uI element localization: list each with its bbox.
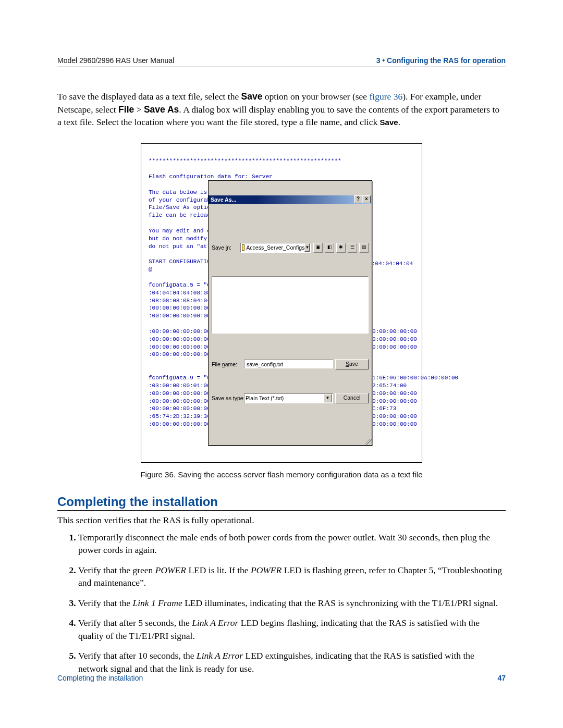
dialog-titlebar[interactable]: Save As... ? × [209, 195, 372, 204]
figure-container: ****************************************… [141, 143, 422, 463]
step-5: Verify that after 10 seconds, the Link A… [78, 649, 506, 675]
close-icon[interactable]: × [362, 195, 371, 203]
step-1: Temporarily disconnect the male ends of … [78, 531, 506, 557]
step-3: Verify that the Link 1 Frame LED illumin… [78, 597, 506, 610]
save-bold: Save [241, 91, 263, 102]
filename-input[interactable] [244, 360, 333, 368]
intro-gt: > [134, 104, 144, 115]
cancel-button[interactable]: Cancel [335, 393, 369, 403]
footer-left: Completing the installation [57, 674, 143, 682]
save-button[interactable]: Save [335, 359, 369, 369]
saveastype-label: Save as type: [212, 394, 242, 402]
file-bold: File [118, 104, 134, 115]
save-in-value: Access_Server_Configs [246, 244, 304, 251]
steps-list: Temporarily disconnect the male ends of … [57, 531, 506, 675]
intro-paragraph: To save the displayed data as a text fil… [57, 90, 506, 129]
figure-reference-link[interactable]: figure 36 [370, 91, 403, 102]
save-as-dialog: Save As... ? × Save in: Access_Server_Co… [208, 180, 372, 446]
resize-grip-icon[interactable] [365, 439, 372, 445]
section-heading-rule [57, 510, 506, 511]
page-number: 47 [497, 674, 506, 682]
saveastype-combo[interactable]: Plain Text (*.txt) ▼ [244, 393, 333, 403]
saveastype-value: Plain Text (*.txt) [246, 394, 284, 402]
save-in-combo[interactable]: Access_Server_Configs ▼ [240, 243, 311, 253]
saveas-bold: Save As [144, 104, 179, 115]
help-icon[interactable]: ? [354, 195, 362, 203]
intro-t1: To save the displayed data as a text fil… [57, 91, 241, 102]
figure-caption: Figure 36. Saving the access server flas… [57, 470, 506, 479]
saveastype-row: Save as type: Plain Text (*.txt) ▼ Cance… [212, 393, 369, 403]
intro-t2: option on your browser (see [262, 91, 369, 102]
step-1-text: Temporarily disconnect the male ends of … [78, 532, 490, 556]
desktop-icon[interactable]: ◧ [325, 243, 334, 253]
chevron-down-icon[interactable]: ▼ [304, 243, 310, 252]
header-right: 3 • Configuring the RAS for operation [376, 56, 506, 65]
filename-label: File name: [212, 361, 242, 368]
dialog-title-text: Save As... [211, 196, 236, 203]
chevron-down-icon[interactable]: ▼ [324, 394, 332, 402]
list-view-icon[interactable]: ☰ [348, 243, 357, 253]
new-folder-icon[interactable]: ✱ [336, 243, 346, 253]
intro-t5: . [398, 117, 400, 127]
header-left: Model 2960/2996 RAS User Manual [57, 56, 174, 65]
figure-right-tail: :04:04:04:04 [372, 260, 413, 268]
file-list-area[interactable] [212, 276, 369, 334]
folder-icon [242, 244, 244, 251]
figure-text: ****************************************… [149, 150, 414, 460]
save-small-bold: Save [380, 118, 398, 127]
save-in-row: Save in: Access_Server_Configs ▼ ▣ ◧ ✱ ☰… [212, 243, 369, 253]
page-header: Model 2960/2996 RAS User Manual 3 • Conf… [57, 56, 506, 67]
step-2: Verify that the green POWER LED is lit. … [78, 564, 506, 589]
section-heading: Completing the installation [57, 495, 506, 509]
save-in-label: Save in: [212, 244, 238, 251]
filename-row: File name: Save [212, 359, 369, 369]
page-footer: Completing the installation 47 [57, 674, 506, 682]
details-view-icon[interactable]: ▤ [359, 243, 369, 253]
section-intro: This section verifies that the RAS is fu… [57, 514, 506, 527]
up-folder-icon[interactable]: ▣ [313, 243, 323, 253]
step-4: Verify that after 5 seconds, the Link A … [78, 616, 506, 642]
